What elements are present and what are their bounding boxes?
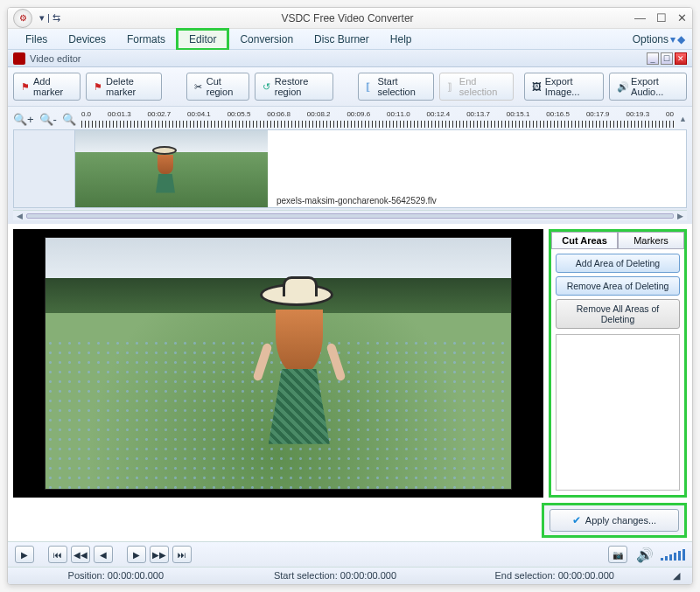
apply-changes-button[interactable]: ✔ Apply changes... <box>550 509 679 532</box>
restore-region-button[interactable]: ↺Restore region <box>255 73 332 101</box>
tab-formats[interactable]: Formats <box>116 31 176 48</box>
panel-minimize-icon[interactable]: _ <box>647 52 659 65</box>
status-position: Position: 00:00:00.000 <box>15 570 217 582</box>
cut-areas-list[interactable] <box>556 334 680 491</box>
app-title: VSDC Free Video Converter <box>60 12 634 24</box>
quick-access[interactable]: ▾ | ⇆ <box>39 12 60 24</box>
play-button[interactable]: ▶ <box>15 546 34 563</box>
snapshot-button[interactable]: 📷 <box>608 546 627 563</box>
export-image-button[interactable]: 🖼Export Image... <box>524 73 604 101</box>
flag-x-icon: ⚑ <box>94 81 102 92</box>
zoom-fit-icon[interactable]: 🔍 <box>62 113 76 126</box>
close-icon[interactable]: ✕ <box>677 11 687 24</box>
forward-button[interactable]: ▶▶ <box>150 546 169 563</box>
editor-panel-title: Video editor <box>30 53 81 64</box>
minimize-icon[interactable]: — <box>634 11 646 24</box>
maximize-icon[interactable]: ☐ <box>656 11 667 24</box>
check-icon: ✔ <box>572 514 581 526</box>
clip-filename: pexels-maksim-goncharenok-5642529.flv <box>276 196 437 205</box>
options-menu[interactable]: Options ▾ ◆ <box>633 33 685 45</box>
delete-marker-button[interactable]: ⚑Delete marker <box>86 73 162 101</box>
goto-end-button[interactable]: ⏭ <box>172 546 192 563</box>
remove-all-areas-button[interactable]: Remove All Areas of Deleting <box>556 299 680 329</box>
editor-icon <box>13 52 25 65</box>
playback-bar: ▶ ⏮ ◀◀ ◀ ▶ ▶▶ ⏭ 📷 🔊 <box>8 541 692 567</box>
tab-markers[interactable]: Markers <box>618 232 684 249</box>
tab-editor[interactable]: Editor <box>176 28 229 51</box>
volume-slider[interactable] <box>661 548 685 561</box>
goto-start-button[interactable]: ⏮ <box>48 546 67 563</box>
tab-conversion[interactable]: Conversion <box>229 31 304 48</box>
step-fwd-button[interactable]: ▶ <box>127 546 146 563</box>
tab-help[interactable]: Help <box>380 31 423 48</box>
video-preview[interactable] <box>13 229 543 498</box>
chevron-down-icon: ▾ <box>670 33 676 45</box>
scroll-up-icon[interactable]: ▲ <box>679 115 687 123</box>
rewind-button[interactable]: ◀◀ <box>71 546 90 563</box>
flag-icon: ⚑ <box>21 81 30 92</box>
zoom-in-icon[interactable]: 🔍+ <box>13 113 34 126</box>
resize-grip[interactable]: ◢ <box>673 570 685 582</box>
apply-row: ✔ Apply changes... <box>542 503 687 538</box>
zoom-out-icon[interactable]: 🔍- <box>39 113 57 126</box>
editor-panel-titlebar: Video editor _ ☐ ✕ <box>8 50 692 67</box>
panel-maximize-icon[interactable]: ☐ <box>661 52 673 65</box>
start-selection-button[interactable]: ⟦Start selection <box>358 73 434 101</box>
add-area-button[interactable]: Add Area of Deleting <box>556 254 680 273</box>
panel-close-icon[interactable]: ✕ <box>675 52 687 65</box>
bracket-start-icon: ⟦ <box>366 81 374 92</box>
status-bar: Position: 00:00:00.000 Start selection: … <box>8 567 692 584</box>
add-marker-button[interactable]: ⚑Add marker <box>13 73 80 101</box>
tab-cut-areas[interactable]: Cut Areas <box>551 232 618 249</box>
preview-frame <box>45 237 511 490</box>
tab-files[interactable]: Files <box>15 31 58 48</box>
scissors-icon: ✂ <box>194 81 203 92</box>
ribbon-tabs: Files Devices Formats Editor Conversion … <box>8 29 692 50</box>
remove-area-button[interactable]: Remove Area of Deleting <box>556 276 680 296</box>
clip-track[interactable]: pexels-maksim-goncharenok-5642529.flv <box>13 129 687 208</box>
end-selection-button: ⟧End selection <box>439 73 513 101</box>
cut-region-button[interactable]: ✂Cut region <box>186 73 249 101</box>
app-icon: ⚙ <box>13 9 32 28</box>
side-panel: Cut Areas Markers Add Area of Deleting R… <box>549 229 687 498</box>
timeline: 🔍+ 🔍- 🔍 0.0 00:01.3 00:02.7 00:04.1 00:0… <box>8 107 692 224</box>
tab-devices[interactable]: Devices <box>58 31 116 48</box>
status-start-selection: Start selection: 00:00:00.000 <box>234 570 437 582</box>
image-icon: 🖼 <box>532 81 542 92</box>
speaker-icon[interactable]: 🔊 <box>636 547 654 563</box>
time-ruler[interactable]: 0.0 00:01.3 00:02.7 00:04.1 00:05.5 00:0… <box>81 110 674 128</box>
titlebar: ⚙ ▾ | ⇆ VSDC Free Video Converter — ☐ ✕ <box>8 8 692 29</box>
audio-icon: 🔊 <box>617 81 627 92</box>
export-audio-button[interactable]: 🔊Export Audio... <box>609 73 687 101</box>
app-window: ⚙ ▾ | ⇆ VSDC Free Video Converter — ☐ ✕ … <box>7 7 693 585</box>
help-icon[interactable]: ◆ <box>677 33 685 45</box>
video-clip[interactable] <box>75 130 268 207</box>
restore-icon: ↺ <box>262 81 271 92</box>
step-back-button[interactable]: ◀ <box>94 546 113 563</box>
timeline-scrollbar[interactable]: ◀▶ <box>13 210 687 220</box>
tab-disc-burner[interactable]: Disc Burner <box>304 31 380 48</box>
bracket-end-icon: ⟧ <box>447 81 456 92</box>
editor-toolbar: ⚑Add marker ⚑Delete marker ✂Cut region ↺… <box>8 67 692 107</box>
status-end-selection: End selection: 00:00:00.000 <box>453 570 655 582</box>
